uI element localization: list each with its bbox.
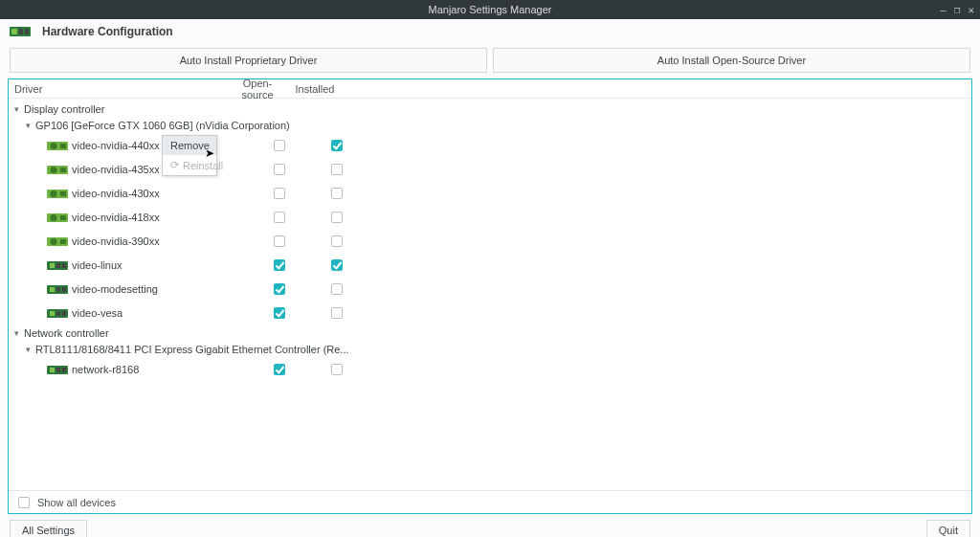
column-header-driver[interactable]: Driver [9,83,229,95]
category-row[interactable]: ▾Display controller [9,101,971,117]
open-source-checkbox[interactable] [274,188,285,199]
svg-rect-26 [62,287,66,292]
driver-name: video-vesa [72,307,234,319]
column-header-installed[interactable]: Installed [286,83,344,95]
driver-row[interactable]: video-modesetting [9,277,971,301]
expand-icon[interactable]: ▾ [14,328,24,338]
device-row[interactable]: ▾GP106 [GeForce GTX 1060 6GB] (nVidia Co… [9,117,971,133]
installed-cell [307,233,365,250]
driver-row[interactable]: video-nvidia-430xx [9,181,971,205]
quit-button[interactable]: Quit [926,520,970,537]
installed-checkbox[interactable] [331,188,343,199]
installed-cell [307,304,365,322]
context-reinstall[interactable]: ⟳ Reinstall [163,155,216,175]
open-source-cell [250,161,307,178]
installed-cell [307,185,365,202]
svg-point-14 [51,214,57,221]
driver-row[interactable]: video-nvidia-435xx [9,157,971,181]
open-source-checkbox[interactable] [274,235,285,247]
driver-row[interactable]: video-nvidia-418xx [9,205,971,229]
svg-point-8 [51,167,57,173]
svg-rect-9 [60,168,66,172]
installed-cell [307,361,365,378]
svg-rect-6 [60,144,66,148]
open-source-cell [250,209,307,226]
driver-row[interactable]: video-nvidia-390xx [9,229,971,253]
svg-rect-18 [60,239,66,244]
all-settings-button[interactable]: All Settings [10,520,87,537]
driver-row[interactable]: video-linux [9,253,971,277]
gpu-icon [47,139,68,152]
svg-rect-28 [50,311,55,316]
installed-checkbox[interactable] [331,140,343,151]
svg-rect-30 [62,311,66,316]
chip-icon [47,258,68,272]
auto-install-proprietary-button[interactable]: Auto Install Proprietary Driver [10,48,487,73]
open-source-cell [250,280,307,298]
maximize-icon[interactable]: ❐ [954,5,961,15]
installed-checkbox[interactable] [331,283,343,295]
svg-rect-33 [56,368,60,372]
svg-rect-12 [60,191,66,196]
auto-install-opensource-button[interactable]: Auto Install Open-Source Driver [493,48,970,73]
show-all-checkbox-input[interactable] [18,497,30,508]
svg-rect-24 [50,287,55,292]
open-source-cell [250,185,307,202]
installed-checkbox[interactable] [331,364,343,375]
open-source-cell [250,233,307,250]
driver-tree[interactable]: ▾Display controller▾GP106 [GeForce GTX 1… [9,99,971,490]
installed-checkbox[interactable] [331,235,343,247]
svg-rect-15 [60,215,66,220]
driver-name: video-nvidia-418xx [72,212,234,223]
window-title: Manjaro Settings Manager [428,4,551,15]
gpu-icon [47,163,68,176]
driver-name: video-modesetting [72,283,234,295]
svg-rect-22 [62,263,66,268]
expand-icon[interactable]: ▾ [14,104,24,114]
svg-rect-32 [50,368,55,372]
show-all-devices-checkbox[interactable]: Show all devices [14,494,116,511]
open-source-checkbox[interactable] [274,307,285,319]
titlebar: Manjaro Settings Manager — ❐ ✕ [0,0,980,19]
svg-rect-21 [56,263,60,268]
chip-icon [47,306,68,320]
open-source-cell [250,137,307,154]
svg-rect-25 [56,287,60,292]
svg-rect-29 [56,311,60,316]
svg-rect-2 [19,29,23,34]
open-source-checkbox[interactable] [274,164,285,175]
minimize-icon[interactable]: — [940,5,947,15]
svg-rect-1 [11,29,17,34]
chip-icon [47,282,68,296]
installed-checkbox[interactable] [331,164,343,175]
svg-rect-20 [50,263,55,268]
installed-checkbox[interactable] [331,307,343,319]
svg-rect-34 [62,368,66,372]
installed-checkbox[interactable] [331,212,343,223]
chip-icon [47,363,68,376]
driver-row[interactable]: network-r8168 [9,357,971,381]
driver-row[interactable]: video-vesa [9,301,971,324]
context-menu: Remove ⟳ Reinstall [162,135,217,176]
page-header: Hardware Configuration [0,19,980,44]
expand-icon[interactable]: ▾ [26,345,35,354]
open-source-checkbox[interactable] [274,259,285,271]
close-icon[interactable]: ✕ [968,5,974,15]
device-row[interactable]: ▾RTL8111/8168/8411 PCI Express Gigabit E… [9,341,971,357]
expand-icon[interactable]: ▾ [26,121,35,130]
open-source-cell [250,361,307,378]
installed-checkbox[interactable] [331,259,343,271]
open-source-cell [250,257,307,274]
open-source-checkbox[interactable] [274,140,285,151]
installed-cell [307,161,365,178]
context-remove[interactable]: Remove [163,136,216,155]
category-row[interactable]: ▾Network controller [9,324,971,341]
column-header-opensource[interactable]: Open-source [229,78,286,101]
open-source-checkbox[interactable] [274,283,285,295]
driver-table: Driver Open-source Installed ▾Display co… [8,78,972,514]
driver-name: video-nvidia-390xx [72,235,234,247]
driver-row[interactable]: video-nvidia-440xx [9,133,971,157]
open-source-checkbox[interactable] [274,364,285,375]
open-source-checkbox[interactable] [274,212,285,223]
svg-point-17 [51,238,57,245]
